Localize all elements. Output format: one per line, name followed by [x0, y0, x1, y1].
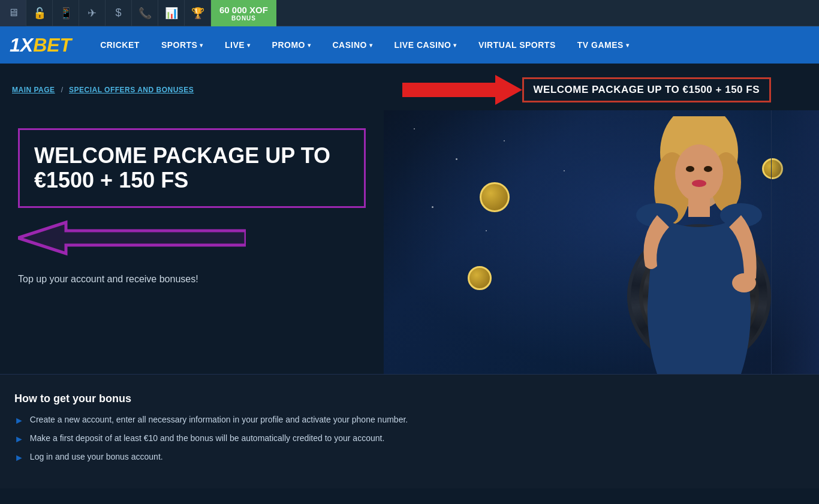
star-2 — [456, 158, 457, 160]
nav-sports[interactable]: SPORTS ▾ — [150, 26, 214, 64]
breadcrumb-separator: / — [61, 86, 63, 94]
hero-left: WELCOME PACKAGE UP TO €1500 + 150 FS Top… — [0, 110, 384, 374]
live-casino-chevron: ▾ — [453, 42, 457, 49]
svg-point-14 — [732, 273, 756, 292]
nav-live[interactable]: LIVE ▾ — [214, 26, 261, 64]
svg-point-9 — [704, 166, 712, 172]
how-to-item-3: ► Log in and use your bonus account. — [14, 452, 805, 463]
bonus-amount: 60 000 XOF — [219, 5, 268, 15]
nav-live-casino[interactable]: LIVE CASINO ▾ — [383, 26, 467, 64]
top-toolbar: 🖥 🔓 📱 ✈ $ 📞 📊 🏆 60 000 XOF BONUS — [0, 0, 819, 26]
how-to-item-2: ► Make a first deposit of at least €10 a… — [14, 433, 805, 445]
purple-arrow-icon — [18, 220, 246, 256]
nav-virtual-sports[interactable]: VIRTUAL SPORTS — [468, 26, 567, 64]
welcome-title: WELCOME PACKAGE UP TO €1500 + 150 FS — [34, 143, 350, 193]
promo-chevron: ▾ — [308, 42, 311, 49]
svg-marker-0 — [402, 75, 522, 105]
star-4 — [564, 170, 565, 171]
svg-point-10 — [692, 180, 706, 187]
woman-figure — [597, 116, 801, 374]
welcome-badge: WELCOME PACKAGE UP TO €1500 + 150 FS — [522, 77, 771, 102]
bullet-arrow-2: ► — [14, 434, 24, 445]
dollar-icon[interactable]: $ — [106, 0, 132, 26]
nav-cricket[interactable]: CRICKET — [89, 26, 150, 64]
telegram-icon[interactable]: ✈ — [79, 0, 106, 26]
nav-casino[interactable]: CASINO ▾ — [321, 26, 383, 64]
bonus-button[interactable]: 60 000 XOF BONUS — [211, 0, 276, 26]
logo[interactable]: 1XBET — [10, 34, 71, 56]
how-to-section: How to get your bonus ► Create a new acc… — [0, 374, 819, 488]
hero-section: WELCOME PACKAGE UP TO €1500 + 150 FS Top… — [0, 110, 819, 374]
nav-promo[interactable]: PROMO ▾ — [261, 26, 322, 64]
svg-point-7 — [675, 144, 723, 202]
svg-point-8 — [686, 166, 694, 172]
mobile-icon[interactable]: 📱 — [53, 0, 79, 26]
lock-icon[interactable]: 🔓 — [26, 0, 53, 26]
breadcrumb-main[interactable]: MAIN PAGE — [12, 86, 55, 94]
red-arrow-icon — [402, 72, 522, 108]
bullet-arrow-1: ► — [14, 415, 24, 426]
navbar: 1XBET CRICKET SPORTS ▾ LIVE ▾ PROMO ▾ CA… — [0, 26, 819, 64]
breadcrumb-current[interactable]: SPECIAL OFFERS AND BONUSES — [69, 86, 194, 94]
bullet-arrow-3: ► — [14, 452, 24, 463]
nav-tv-games[interactable]: TV GAMES ▾ — [567, 26, 640, 64]
hero-subtitle: Top up your account and receive bonuses! — [18, 274, 366, 285]
logo-1x: 1X — [10, 34, 33, 56]
chart-icon[interactable]: 📊 — [158, 0, 185, 26]
svg-marker-2 — [18, 222, 246, 253]
star-5 — [432, 206, 433, 208]
logo-bet: BET — [33, 34, 71, 56]
svg-rect-11 — [688, 199, 710, 217]
star-1 — [414, 128, 415, 129]
phone-icon[interactable]: 📞 — [132, 0, 158, 26]
monitor-icon[interactable]: 🖥 — [0, 0, 26, 26]
chip-2 — [468, 266, 492, 290]
purple-arrow-container — [18, 220, 366, 256]
live-chevron: ▾ — [247, 42, 251, 49]
how-to-title: How to get your bonus — [14, 393, 805, 405]
breadcrumb: MAIN PAGE / SPECIAL OFFERS AND BONUSES — [12, 86, 194, 94]
star-3 — [504, 140, 505, 141]
chip-1 — [480, 182, 510, 212]
annotation-row: WELCOME PACKAGE UP TO €1500 + 150 FS — [402, 72, 771, 108]
sidebar-edge-gradient — [771, 110, 819, 374]
bonus-label: BONUS — [231, 15, 256, 22]
trophy-icon[interactable]: 🏆 — [185, 0, 211, 26]
nav-items: CRICKET SPORTS ▾ LIVE ▾ PROMO ▾ CASINO ▾… — [89, 26, 809, 64]
welcome-box: WELCOME PACKAGE UP TO €1500 + 150 FS — [18, 128, 366, 208]
tv-games-chevron: ▾ — [626, 42, 630, 49]
how-to-item-1: ► Create a new account, enter all necess… — [14, 415, 805, 426]
hero-right — [384, 110, 819, 374]
casino-chevron: ▾ — [369, 42, 373, 49]
sports-chevron: ▾ — [200, 42, 203, 49]
star-6 — [486, 230, 487, 231]
